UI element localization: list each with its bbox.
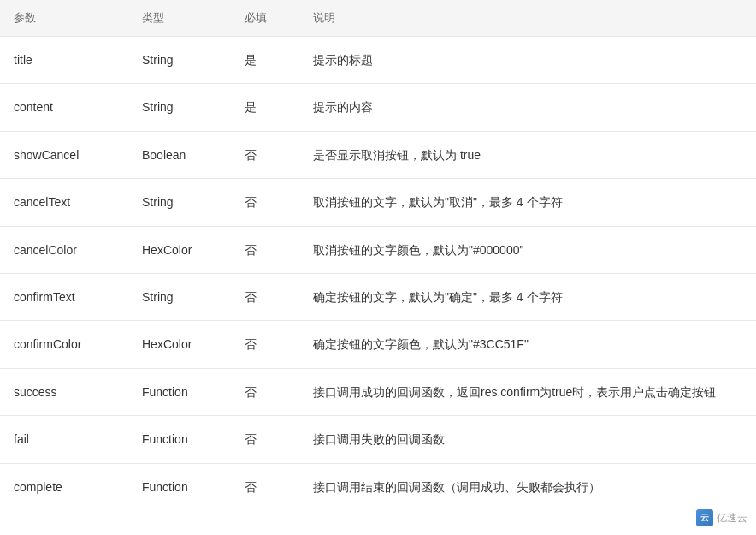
cell-description: 接口调用失败的回调函数 [299,416,756,463]
table-row: confirmTextString否确定按钮的文字，默认为"确定"，最多 4 个… [0,273,756,320]
cell-param: showCancel [0,131,128,178]
table-row: confirmColorHexColor否确定按钮的文字颜色，默认为"#3CC5… [0,321,756,368]
table-row: completeFunction否接口调用结束的回调函数（调用成功、失败都会执行… [0,463,756,510]
cell-description: 提示的内容 [299,84,756,131]
cell-description: 取消按钮的文字颜色，默认为"#000000" [299,226,756,273]
table-row: successFunction否接口调用成功的回调函数，返回res.confir… [0,368,756,415]
cell-param: confirmText [0,273,128,320]
cell-required: 否 [231,131,299,178]
watermark-logo: 云 [696,509,713,526]
cell-param: title [0,37,128,84]
header-description: 说明 [299,0,756,37]
cell-required: 否 [231,416,299,463]
cell-param: fail [0,416,128,463]
cell-type: Function [128,463,231,510]
cell-param: complete [0,463,128,510]
cell-type: String [128,37,231,84]
cell-description: 接口调用结束的回调函数（调用成功、失败都会执行） [299,463,756,510]
cell-required: 否 [231,179,299,226]
table-header-row: 参数 类型 必填 说明 [0,0,756,37]
cell-param: content [0,84,128,131]
cell-required: 是 [231,37,299,84]
header-type: 类型 [128,0,231,37]
table-row: showCancelBoolean否是否显示取消按钮，默认为 true [0,131,756,178]
cell-param: success [0,368,128,415]
cell-required: 否 [231,368,299,415]
cell-description: 确定按钮的文字颜色，默认为"#3CC51F" [299,321,756,368]
header-param: 参数 [0,0,128,37]
cell-param: cancelColor [0,226,128,273]
cell-type: Function [128,368,231,415]
cell-description: 提示的标题 [299,37,756,84]
cell-type: String [128,84,231,131]
cell-required: 是 [231,84,299,131]
table-row: contentString是提示的内容 [0,84,756,131]
cell-description: 确定按钮的文字，默认为"确定"，最多 4 个字符 [299,273,756,320]
cell-param: confirmColor [0,321,128,368]
cell-required: 否 [231,321,299,368]
cell-type: Boolean [128,131,231,178]
cell-type: String [128,273,231,320]
cell-param: cancelText [0,179,128,226]
table-row: cancelTextString否取消按钮的文字，默认为"取消"，最多 4 个字… [0,179,756,226]
cell-type: HexColor [128,321,231,368]
cell-required: 否 [231,226,299,273]
cell-type: String [128,179,231,226]
cell-type: HexColor [128,226,231,273]
header-required: 必填 [231,0,299,37]
watermark: 云 亿速云 [696,509,747,526]
cell-required: 否 [231,273,299,320]
cell-description: 接口调用成功的回调函数，返回res.confirm为true时，表示用户点击确定… [299,368,756,415]
cell-type: Function [128,416,231,463]
watermark-text: 亿速云 [717,511,747,526]
cell-description: 取消按钮的文字，默认为"取消"，最多 4 个字符 [299,179,756,226]
table-row: titleString是提示的标题 [0,37,756,84]
table-row: failFunction否接口调用失败的回调函数 [0,416,756,463]
cell-required: 否 [231,463,299,510]
cell-description: 是否显示取消按钮，默认为 true [299,131,756,178]
table-row: cancelColorHexColor否取消按钮的文字颜色，默认为"#00000… [0,226,756,273]
api-table: 参数 类型 必填 说明 titleString是提示的标题contentStri… [0,0,756,510]
